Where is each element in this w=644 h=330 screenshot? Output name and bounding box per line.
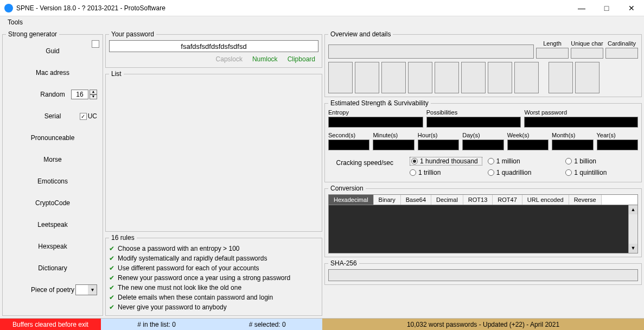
overview-cell: [381, 62, 406, 93]
numlock-indicator: Numlock: [252, 55, 278, 63]
overview-cell: [514, 62, 539, 93]
length-box: [536, 48, 569, 59]
speed-label: Cracking speed/sec: [328, 157, 399, 167]
status-buffers: Buffers cleared before exit: [0, 319, 101, 330]
length-label: Length: [536, 40, 569, 47]
conversion-output: [329, 205, 628, 253]
tab-decimal[interactable]: Decimal: [431, 195, 463, 205]
password-input[interactable]: [109, 40, 318, 52]
menu-tools[interactable]: Tools: [4, 17, 26, 27]
status-list-count: # in the list: 0: [137, 321, 176, 328]
gen-hexspeak[interactable]: Hexspeak: [8, 243, 97, 250]
capslock-indicator: Capslock: [216, 55, 243, 63]
rule-item: Choose a password with an entropy > 100: [118, 245, 239, 252]
window-title: SPNE - Version 18.0 - ? 2013-2021 - Prot…: [16, 4, 569, 12]
overview-cell: [435, 62, 459, 93]
unit-box: [507, 139, 549, 150]
speed-1b[interactable]: 1 billion: [565, 157, 638, 166]
gen-macaddress[interactable]: Mac adress: [8, 69, 97, 77]
unit-box: [552, 139, 593, 150]
unit-label: Year(s): [597, 132, 638, 138]
minimize-button[interactable]: —: [569, 0, 594, 16]
poetry-combo[interactable]: ▾: [75, 284, 97, 295]
conversion-scrollbar[interactable]: ▲▼: [628, 205, 637, 253]
unit-box: [373, 139, 414, 150]
rule-item: Never give your password to anybody: [118, 303, 227, 311]
uc-checkbox[interactable]: ✓: [80, 113, 87, 120]
status-worst-passwords: 10,032 worst passwords - Updated (+22) -…: [322, 319, 644, 330]
gen-morse[interactable]: Morse: [8, 156, 97, 163]
speed-1q[interactable]: 1 quadrillion: [488, 169, 560, 176]
tab-urlencoded[interactable]: URL encoded: [522, 195, 569, 205]
gen-cryptocode[interactable]: CryptoCode: [8, 199, 97, 207]
cardinality-label: Cardinality: [605, 40, 638, 47]
overview-legend: Overview and details: [328, 30, 393, 38]
worst-box: [524, 117, 638, 128]
overview-main-box: [328, 45, 534, 59]
unit-box: [597, 139, 638, 150]
random-length-input[interactable]: [71, 90, 88, 99]
speed-1m[interactable]: 1 million: [488, 157, 560, 166]
unit-label: Hour(s): [418, 132, 459, 138]
overview-cell: [461, 62, 486, 93]
rules-legend: 16 rules: [109, 234, 137, 242]
overview-cell: [355, 62, 379, 93]
tab-rot13[interactable]: ROT13: [463, 195, 493, 205]
conversion-legend: Conversion: [328, 185, 366, 192]
clipboard-indicator: Clipboard: [288, 55, 315, 63]
gen-pronounceable[interactable]: Pronounceable: [8, 134, 97, 142]
generator-legend: Strong generator: [6, 30, 59, 38]
close-button[interactable]: ✕: [619, 0, 644, 16]
worst-label: Worst password: [524, 109, 638, 116]
unit-label: Minute(s): [373, 132, 414, 138]
cardinality-box: [605, 48, 638, 59]
speed-1qt[interactable]: 1 quintillion: [565, 169, 638, 176]
strength-legend: Estimated Strength & Survivability: [328, 99, 431, 107]
password-legend: Your password: [109, 30, 156, 38]
gen-leetspeak[interactable]: Leetspeak: [8, 221, 97, 229]
status-selected-count: # selected: 0: [249, 321, 286, 328]
check-icon: ✔: [109, 284, 114, 291]
overview-cell: [488, 62, 512, 93]
entropy-label: Entropy: [328, 109, 423, 116]
unique-box: [571, 48, 603, 59]
list-legend: List: [109, 70, 124, 78]
check-icon: ✔: [109, 264, 114, 272]
unit-label: Day(s): [462, 132, 503, 138]
speed-100k[interactable]: 1 hundred thousand: [410, 157, 482, 166]
overview-cell: [408, 62, 432, 93]
unit-label: Second(s): [328, 132, 369, 138]
possibilities-label: Possibilities: [426, 109, 521, 116]
check-icon: ✔: [109, 255, 114, 262]
check-icon: ✔: [109, 303, 114, 311]
unique-label: Unique char: [571, 40, 603, 47]
overview-cell: [328, 62, 353, 93]
tab-reverse[interactable]: Reverse: [569, 195, 602, 205]
rule-item: Use different password for each of your …: [118, 264, 259, 272]
app-icon: [4, 4, 13, 12]
overview-cell: [575, 62, 600, 93]
check-icon: ✔: [109, 294, 114, 301]
overview-cell: [549, 62, 573, 93]
check-icon: ✔: [109, 274, 114, 282]
random-length-spinner[interactable]: ▲▼: [90, 90, 97, 99]
unit-label: Week(s): [507, 132, 549, 138]
gen-emoticons[interactable]: Emoticons: [8, 177, 97, 185]
rule-item: Renew your password once a year using a …: [118, 274, 290, 282]
tab-hexadecimal[interactable]: Hexadecimal: [329, 195, 374, 205]
gen-dictionary[interactable]: Dictionary: [8, 264, 97, 272]
rule-item: Modify systematically and rapidly defaul…: [118, 255, 267, 262]
unit-label: Month(s): [552, 132, 593, 138]
maximize-button[interactable]: □: [594, 0, 619, 16]
sha-legend: SHA-256: [328, 259, 359, 267]
sha-output: [328, 269, 638, 281]
unit-box: [328, 139, 369, 150]
speed-1t[interactable]: 1 trillion: [410, 169, 482, 176]
tab-binary[interactable]: Binary: [374, 195, 401, 205]
possibilities-box: [426, 117, 521, 128]
check-icon: ✔: [109, 245, 114, 252]
tab-rot47[interactable]: ROT47: [493, 195, 522, 205]
uc-label: UC: [88, 112, 97, 120]
gen-guid[interactable]: Guid: [8, 47, 97, 55]
tab-base64[interactable]: Base64: [401, 195, 431, 205]
